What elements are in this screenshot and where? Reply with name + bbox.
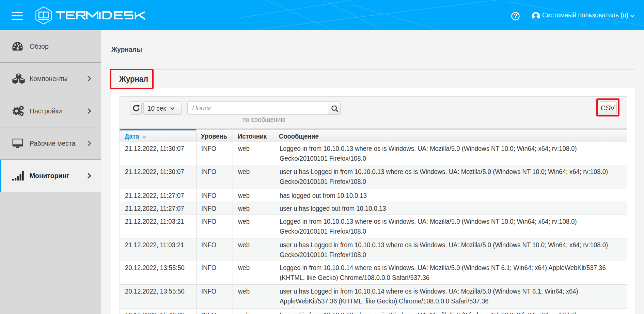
svg-text:?: ? [514,13,517,19]
